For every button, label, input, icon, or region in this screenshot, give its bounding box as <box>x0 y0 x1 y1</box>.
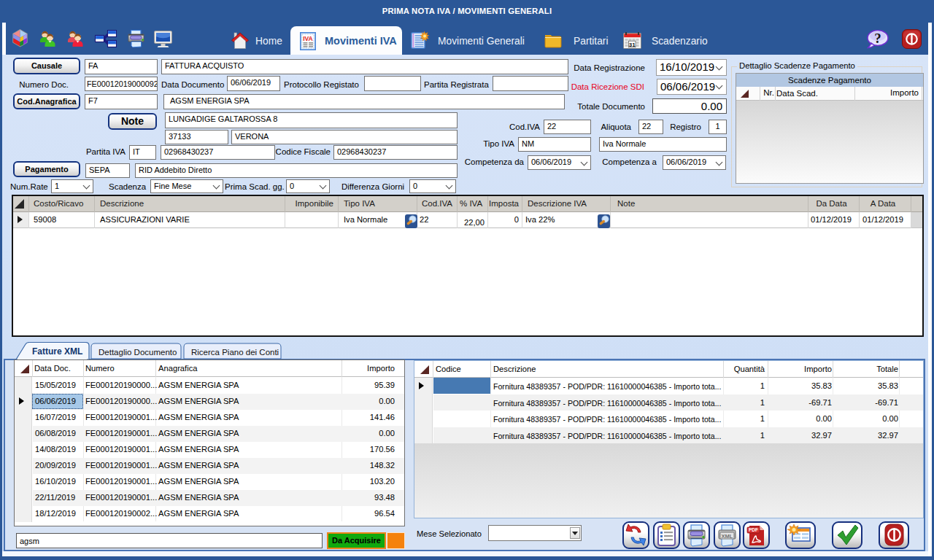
svg-text:IVA: IVA <box>303 35 313 42</box>
svg-text:PDF: PDF <box>749 527 758 532</box>
svg-text:XML: XML <box>721 533 733 540</box>
svg-text:31: 31 <box>629 42 636 48</box>
svg-text:?: ? <box>874 31 881 46</box>
